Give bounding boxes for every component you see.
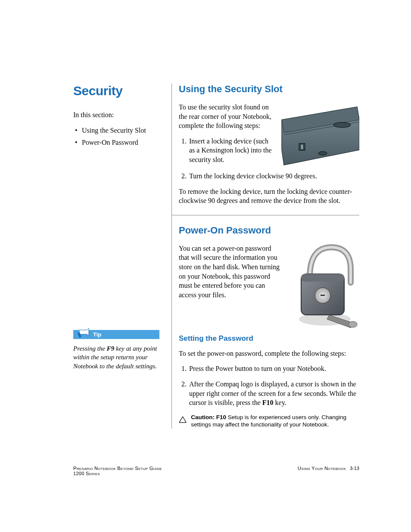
toc-item: Using the Security Slot (73, 127, 159, 134)
step-item: Turn the locking device clockwise 90 deg… (188, 171, 359, 181)
svg-rect-10 (301, 274, 344, 282)
svg-rect-12 (321, 295, 325, 296)
heading-power-on-password: Power-On Password (179, 225, 359, 236)
footer-right: Using Your Notebook 3-13 (298, 466, 359, 476)
tip-label: Tip (93, 331, 101, 338)
tip-header: Tip (73, 330, 159, 339)
divider (172, 215, 359, 215)
tip-icon (78, 327, 90, 339)
toc-item: Power-On Password (73, 139, 159, 146)
step-item: After the Compaq logo is displayed, a cu… (188, 380, 359, 408)
body-text: You can set a power-on password that wil… (179, 244, 286, 300)
subheading-setting-password: Setting the Password (179, 334, 359, 343)
step-item: Press the Power button to turn on your N… (188, 364, 359, 373)
notebook-rear-illustration (277, 103, 359, 167)
section-title: Security (73, 84, 159, 98)
body-text: To remove the locking device, turn the l… (179, 187, 359, 205)
padlock-illustration (286, 244, 359, 330)
caution-callout: Caution: F10 Setup is for experienced us… (179, 414, 359, 429)
svg-point-13 (349, 321, 357, 327)
warning-icon (179, 414, 187, 426)
svg-point-4 (333, 122, 351, 128)
tip-callout: Tip Pressing the F9 key at any point wit… (73, 330, 159, 370)
tip-body: Pressing the F9 key at any point within … (73, 344, 159, 370)
page-footer: Presario Notebook Beyond Setup Guide 120… (73, 466, 359, 476)
caution-text: Caution: F10 Setup is for experienced us… (191, 414, 359, 429)
footer-left: Presario Notebook Beyond Setup Guide 120… (73, 466, 162, 476)
heading-security-slot: Using the Security Slot (179, 84, 359, 95)
svg-rect-6 (301, 145, 303, 149)
steps-list: Press the Power button to turn on your N… (179, 364, 359, 407)
body-text: To set the power-on password, complete t… (179, 349, 359, 358)
svg-point-7 (318, 152, 327, 155)
step-item: Insert a locking device (such as a Kensi… (188, 137, 288, 165)
intro-text: In this section: (73, 110, 159, 120)
toc-list: Using the Security Slot Power-On Passwor… (73, 127, 159, 146)
body-text: To use the security slot found on the re… (179, 103, 282, 131)
